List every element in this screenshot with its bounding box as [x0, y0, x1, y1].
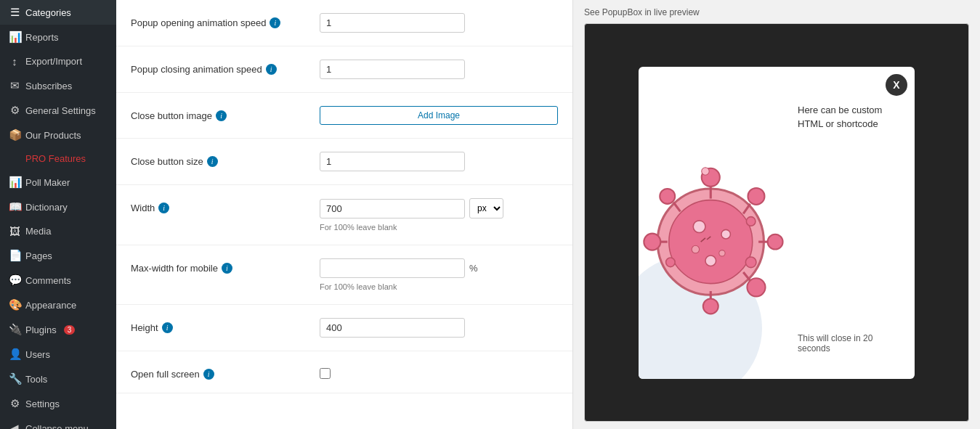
sidebar-item-subscribes[interactable]: ✉ Subscribes — [0, 73, 116, 98]
sidebar-item-label: Poll Maker — [25, 177, 70, 188]
close-x-label: X — [893, 79, 899, 91]
preview-window: X — [584, 23, 969, 422]
label-text-max-width-mobile: Max-width for mobile — [131, 263, 218, 274]
sidebar-item-export-import[interactable]: ↕ Export/Import — [0, 49, 116, 73]
sidebar-item-comments[interactable]: 💬 Comments — [0, 268, 116, 293]
popup-box: X — [639, 67, 915, 379]
tools-icon: 🔧 — [9, 372, 20, 385]
info-icon-width[interactable]: i — [158, 203, 169, 213]
info-icon-height[interactable]: i — [162, 322, 173, 333]
input-close-speed[interactable] — [320, 60, 465, 79]
control-close-button-size — [320, 152, 558, 171]
max-width-hint: For 100% leave blank — [320, 282, 558, 291]
info-icon-close-speed[interactable]: i — [266, 64, 277, 75]
label-text-height: Height — [131, 322, 158, 333]
label-text-open-speed: Popup opening animation speed — [131, 17, 266, 28]
sidebar-item-label: Export/Import — [25, 56, 82, 67]
sidebar-item-reports[interactable]: 📊 Reports — [0, 25, 116, 49]
export-icon: ↕ — [9, 55, 20, 68]
input-open-speed[interactable] — [320, 13, 465, 33]
sidebar-item-dictionary[interactable]: 📖 Dictionary — [0, 195, 116, 219]
checkbox-open-full-screen[interactable] — [320, 368, 331, 379]
sidebar-item-our-products[interactable]: 📦 Our Products — [0, 123, 116, 147]
sidebar-item-label: Dictionary — [25, 202, 68, 213]
plugins-icon: 🔌 — [9, 323, 20, 336]
sidebar-item-label: Our Products — [25, 130, 81, 141]
label-text-width: Width — [131, 203, 155, 213]
users-icon: 👤 — [9, 348, 20, 361]
our-products-icon: 📦 — [9, 128, 20, 142]
info-icon-max-width-mobile[interactable]: i — [222, 263, 232, 274]
sidebar-item-label: Reports — [25, 32, 59, 43]
sidebar-item-label: Plugins — [25, 324, 57, 335]
form-row-close-button-image: Close button image i Add Image — [116, 93, 572, 139]
label-close-speed: Popup closing animation speed i — [131, 60, 305, 75]
sidebar-item-appearance[interactable]: 🎨 Appearance — [0, 293, 116, 317]
input-max-width-mobile[interactable] — [320, 258, 465, 278]
sidebar-item-pro-features[interactable]: PRO Features — [0, 147, 116, 170]
info-icon-open-speed[interactable]: i — [270, 17, 280, 28]
sidebar-item-label: Tools — [25, 374, 47, 385]
sidebar-item-tools[interactable]: 🔧 Tools — [0, 367, 116, 391]
sidebar-item-users[interactable]: 👤 Users — [0, 342, 116, 367]
sidebar-item-categories[interactable]: ☰ Categories — [0, 0, 116, 25]
sidebar-item-label: Categories — [25, 7, 71, 18]
label-open-speed: Popup opening animation speed i — [131, 13, 305, 28]
input-width[interactable] — [320, 199, 465, 218]
plugins-badge: 3 — [64, 325, 76, 335]
width-unit-select[interactable]: px % — [469, 198, 503, 218]
add-image-button[interactable]: Add Image — [320, 106, 558, 125]
appearance-icon: 🎨 — [9, 298, 20, 311]
label-text-close-button-image: Close button image — [131, 110, 212, 121]
svg-point-13 — [644, 233, 660, 250]
sidebar-item-label: Settings — [25, 399, 60, 409]
sidebar-item-pages[interactable]: 📄 Pages — [0, 243, 116, 268]
reports-icon: 📊 — [9, 30, 20, 44]
label-max-width-mobile: Max-width for mobile i — [131, 258, 305, 274]
info-icon-close-button-size[interactable]: i — [207, 156, 218, 167]
svg-point-24 — [746, 216, 756, 226]
control-max-width-mobile: % For 100% leave blank — [320, 258, 558, 291]
svg-point-17 — [693, 220, 705, 232]
categories-icon: ☰ — [9, 6, 20, 19]
svg-point-11 — [703, 298, 718, 314]
svg-point-18 — [721, 229, 731, 239]
preview-panel: See PopupBox in live preview X — [573, 0, 980, 429]
input-close-button-size[interactable] — [320, 152, 465, 171]
preview-label: See PopupBox in live preview — [584, 7, 969, 17]
control-width: px % For 100% leave blank — [320, 198, 558, 232]
popup-close-button[interactable]: X — [886, 74, 907, 96]
popup-text-area: Here can be custom HTML or shortcode Thi… — [790, 67, 915, 379]
sidebar-item-label: PRO Features — [25, 153, 86, 164]
width-input-group: px % — [320, 198, 558, 218]
sidebar-item-collapse-menu[interactable]: ◀ Collapse menu — [0, 416, 116, 429]
svg-point-9 — [747, 278, 765, 296]
info-icon-open-full-screen[interactable]: i — [203, 369, 214, 380]
general-settings-icon: ⚙ — [9, 104, 20, 117]
sidebar-item-label: Appearance — [25, 300, 76, 311]
main-content: Popup opening animation speed i Popup cl… — [116, 0, 980, 429]
label-text-open-full-screen: Open full screen — [131, 369, 200, 380]
sidebar-item-label: Comments — [25, 275, 71, 286]
info-icon-close-button-image[interactable]: i — [216, 110, 227, 121]
popup-image-area — [639, 67, 790, 379]
popup-html-text: Here can be custom HTML or shortcode — [798, 103, 904, 131]
form-row-height: Height i — [116, 305, 572, 351]
input-height[interactable] — [320, 318, 465, 338]
sidebar-item-poll-maker[interactable]: 📊 Poll Maker — [0, 170, 116, 195]
svg-point-3 — [702, 167, 709, 174]
control-open-speed — [320, 13, 558, 33]
svg-point-15 — [660, 188, 675, 203]
sidebar-item-label: Subscribes — [25, 81, 72, 91]
poll-maker-icon: 📊 — [9, 176, 20, 189]
popup-close-timer-text: This will close in 20 seconds — [798, 333, 904, 368]
form-row-max-width-mobile: Max-width for mobile i % For 100% leave … — [116, 245, 572, 305]
sidebar-item-general-settings[interactable]: ⚙ General Settings — [0, 98, 116, 123]
sidebar-item-settings[interactable]: ⚙ Settings — [0, 391, 116, 416]
svg-point-1 — [669, 200, 753, 283]
label-text-close-button-size: Close button size — [131, 156, 203, 167]
media-icon: 🖼 — [9, 225, 20, 237]
sidebar-item-plugins[interactable]: 🔌 Plugins 3 — [0, 317, 116, 342]
sidebar: ☰ Categories 📊 Reports ↕ Export/Import ✉… — [0, 0, 116, 429]
sidebar-item-media[interactable]: 🖼 Media — [0, 219, 116, 243]
